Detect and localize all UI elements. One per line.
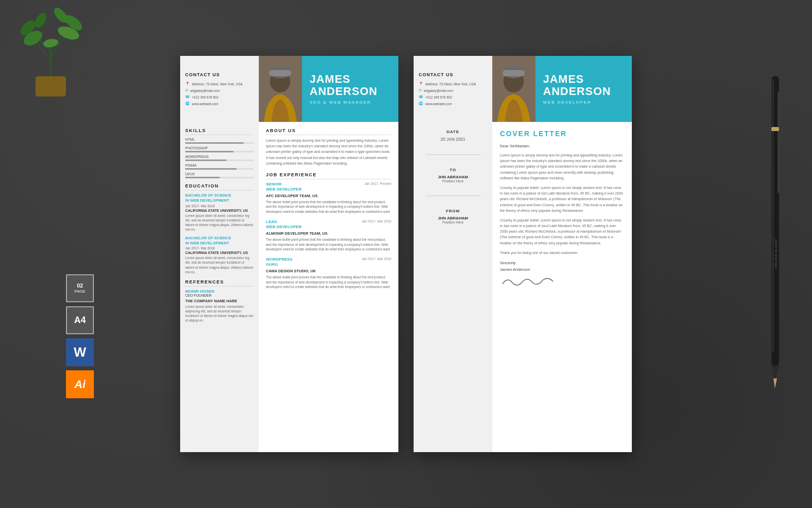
email-icon-2: ✉ xyxy=(419,88,422,92)
cover-signature xyxy=(500,274,624,291)
svg-rect-0 xyxy=(36,76,66,97)
cover-sidebar: DATE 20 JAN 2021 TO JHN ABRAHAM Position… xyxy=(414,122,492,452)
word-badge: W xyxy=(66,338,94,366)
svg-rect-18 xyxy=(771,127,779,131)
ai-badge: Ai xyxy=(66,370,94,398)
profile-photo-1 xyxy=(259,56,302,122)
contact-email-1: ✉ artgalary@mail.com xyxy=(185,88,254,92)
resume-page-2: CONTACT US 📍 Address: 73-Steet, New York… xyxy=(414,56,632,452)
resume-page-1: CONTACT US 📍 Address: 73-Steet, New York… xyxy=(180,56,398,452)
skill-wordpress: WORDPRESS xyxy=(185,155,254,161)
svg-rect-23 xyxy=(269,70,291,76)
contact-address-2: 📍 Address: 73-Steet, New York, USA xyxy=(419,82,487,86)
plant-decoration xyxy=(0,0,96,97)
person-title-1: SEO & WEB MANAGER xyxy=(310,100,391,105)
svg-rect-15 xyxy=(777,91,780,193)
cover-paragraph-1: Lorem Ipsum is simply dummy text for pri… xyxy=(500,152,624,181)
about-text: Lorem Ipsum is simply dummy text for pri… xyxy=(266,138,391,166)
skill-photoshop: PHOTOSHOP xyxy=(185,146,254,152)
pen-decoration: place for your logo xyxy=(766,76,784,393)
skill-html: HTML xyxy=(185,138,254,144)
svg-point-11 xyxy=(32,11,49,30)
email-icon-1: ✉ xyxy=(185,88,188,92)
svg-text:place for your logo: place for your logo xyxy=(774,239,778,269)
cover-to-section: TO JHN ABRAHAM Position Here xyxy=(438,168,468,183)
job-item-3: WORDPRESSGURU Jan 2017- Mar 2018 CAMA DE… xyxy=(266,257,391,290)
resume-header-2: CONTACT US 📍 Address: 73-Steet, New York… xyxy=(414,56,632,122)
skills-title: SKILLS xyxy=(185,128,254,135)
phone-icon-2: ☎ xyxy=(419,95,423,99)
experience-title: JOB EXPERIENCE xyxy=(266,172,391,179)
contact-web-2: 🌐 www.webadd.com xyxy=(419,102,487,106)
badge-container: 02 PAGE A4 W Ai xyxy=(66,274,94,398)
education-title: EDUCATION xyxy=(185,183,254,190)
content-area: CONTACT US 📍 Address: 73-Steet, New York… xyxy=(0,0,812,508)
web-icon-1: 🌐 xyxy=(185,102,190,106)
location-icon-1: 📍 xyxy=(185,82,190,86)
svg-marker-17 xyxy=(773,378,777,389)
job-item-2: LEADWEB DEVELOPER Jan 2017- Mar 2018 ALM… xyxy=(266,219,391,252)
contact-email-2: ✉ artgalary@mail.com xyxy=(419,88,487,92)
education-item-1: BACHELOR OF SCIENCEIN WEB DEVELOPMENT Ja… xyxy=(185,193,254,232)
skill-figma: FIGMA xyxy=(185,164,254,170)
location-icon-2: 📍 xyxy=(419,82,423,86)
web-icon-2: 🌐 xyxy=(419,102,423,106)
a4-badge: A4 xyxy=(66,306,94,334)
cover-paragraph-3: Country to popular belief, Lorem Ipsum i… xyxy=(500,217,624,246)
cover-paragraph-4: Thank you for being one of our valued co… xyxy=(500,250,624,256)
header-name-area-1: JAMES ANDERSON SEO & WEB MANAGER xyxy=(302,56,398,122)
cover-closing: Sincerely xyxy=(500,261,624,265)
header-name-area-2: JAMES ANDERSON WEB DEVELOPER xyxy=(535,56,632,122)
header-contact-2: CONTACT US 📍 Address: 73-Steet, New York… xyxy=(414,56,492,122)
resume-sidebar-1: SKILLS HTML PHOTOSHOP WORDPRESS xyxy=(180,122,259,452)
contact-title-1: CONTACT US xyxy=(185,72,254,77)
person-name-2: JAMES ANDERSON xyxy=(543,73,624,98)
references-title: REFERENCES xyxy=(185,279,254,287)
cover-divider-1 xyxy=(426,154,481,155)
about-title: ABOUT US xyxy=(266,128,391,135)
page-count-badge: 02 PAGE xyxy=(66,274,94,302)
cover-from-section: FROM JHN ABRAHAM Position Here xyxy=(438,209,468,224)
contact-phone-2: ☎ +012 345 678 902 xyxy=(419,95,487,99)
cover-main: COVER LETTER Dear Sir/Madam Lorem Ipsum … xyxy=(492,122,632,452)
resume-main-1: ABOUT US Lorem Ipsum is simply dummy tex… xyxy=(259,122,398,452)
skill-uiux: UI/UX xyxy=(185,172,254,178)
svg-point-10 xyxy=(43,38,59,49)
resume-body-2: DATE 20 JAN 2021 TO JHN ABRAHAM Position… xyxy=(414,122,632,452)
education-list: BACHELOR OF SCIENCEIN WEB DEVELOPMENT Ja… xyxy=(185,193,254,274)
cover-salutation: Dear Sir/Madam xyxy=(500,144,624,148)
references-list: MONIR HOSEN CEO FOUNDER THE COMPANY NAME… xyxy=(185,289,254,323)
skills-list: HTML PHOTOSHOP WORDPRESS FIGMA xyxy=(185,138,254,178)
cover-letter-title: COVER LETTER xyxy=(500,130,624,138)
profile-photo-2 xyxy=(492,56,535,122)
svg-rect-14 xyxy=(772,79,774,353)
resume-header-1: CONTACT US 📍 Address: 73-Steet, New York… xyxy=(180,56,398,122)
contact-title-2: CONTACT US xyxy=(419,72,487,77)
education-item-2: BACHELOR OF SCIENCEIN WEB DEVELOPMENT Ja… xyxy=(185,236,254,274)
contact-phone-1: ☎ +012 345 678 902 xyxy=(185,95,254,99)
header-contact-1: CONTACT US 📍 Address: 73-Steet, New York… xyxy=(180,56,259,122)
person-name-1: JAMES ANDERSON xyxy=(310,73,391,98)
person-title-2: WEB DEVELOPER xyxy=(543,100,624,105)
contact-web-1: 🌐 www.webadd.com xyxy=(185,102,254,106)
cover-date-section: DATE 20 JAN 2021 xyxy=(441,130,465,142)
phone-icon-1: ☎ xyxy=(185,95,190,99)
resume-body-1: SKILLS HTML PHOTOSHOP WORDPRESS xyxy=(180,122,398,452)
contact-address-1: 📍 Address: 73-Steet, New York, USA xyxy=(185,82,254,86)
job-item-1: SENIORWEB DEVELOPER Jan 2017- Present AF… xyxy=(266,182,391,214)
cover-paragraph-2: Country to popular belief, Lorem Ipsum i… xyxy=(500,185,624,213)
cover-divider-2 xyxy=(426,196,481,196)
svg-rect-27 xyxy=(502,70,525,76)
cover-name: James Anderson xyxy=(500,267,624,272)
